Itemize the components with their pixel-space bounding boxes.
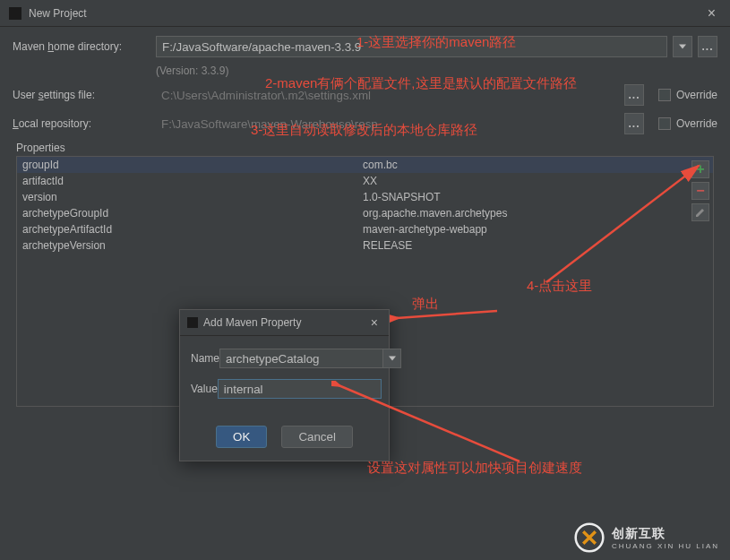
user-settings-input[interactable] (156, 84, 619, 106)
ok-button[interactable]: OK (216, 426, 267, 448)
maven-home-browse-button[interactable]: ... (698, 36, 717, 57)
watermark-logo-icon (574, 522, 605, 553)
local-repo-override-checkbox[interactable] (658, 117, 671, 130)
local-repo-override-wrap[interactable]: Override (658, 117, 717, 130)
table-row[interactable]: artifactIdXX (17, 173, 713, 189)
dialog-titlebar: Add Maven Property × (180, 310, 389, 336)
user-settings-browse-button[interactable]: ... (624, 84, 644, 106)
local-repo-override-label: Override (676, 117, 717, 130)
properties-label: Properties (16, 142, 717, 154)
watermark-main: 创新互联 (612, 526, 719, 542)
annotation-note: 设置这对属性可以加快项目创建速度 (367, 460, 582, 477)
user-settings-override-label: Override (676, 89, 717, 101)
user-settings-override-wrap[interactable]: Override (658, 89, 717, 101)
local-repo-label: Local repository: (13, 117, 156, 130)
dialog-name-label: Name (191, 352, 219, 365)
watermark: 创新互联 CHUANG XIN HU LIAN (574, 522, 719, 553)
app-icon (9, 7, 21, 20)
watermark-sub: CHUANG XIN HU LIAN (612, 542, 719, 550)
dialog-title: Add Maven Property (203, 316, 367, 329)
version-note: (Version: 3.3.9) (156, 65, 717, 77)
dialog-value-input[interactable] (218, 379, 382, 399)
user-settings-label: User settings file: (13, 89, 156, 101)
user-settings-row: User settings file: ... Override (13, 84, 717, 106)
dialog-name-input[interactable] (219, 349, 383, 368)
dialog-name-dropdown-button[interactable] (383, 349, 401, 368)
cancel-button[interactable]: Cancel (281, 426, 353, 448)
maven-home-dropdown-button[interactable] (673, 36, 692, 57)
properties-toolbar: + − (691, 160, 709, 221)
user-settings-override-checkbox[interactable] (658, 89, 671, 101)
add-property-dialog: Add Maven Property × Name Value OK Cance… (179, 309, 390, 461)
table-row[interactable]: archetypeVersionRELEASE (17, 237, 713, 254)
table-row[interactable]: groupIdcom.bc (17, 157, 713, 173)
close-icon[interactable]: × (702, 5, 721, 22)
maven-home-row: Maven home directory: ... (13, 36, 717, 57)
dialog-icon (187, 317, 198, 328)
dialog-value-label: Value (191, 383, 218, 395)
local-repo-browse-button[interactable]: ... (624, 113, 644, 134)
maven-home-input[interactable] (156, 36, 667, 57)
titlebar: New Project × (0, 0, 730, 27)
local-repo-row: Local repository: ... Override (13, 113, 717, 134)
table-row[interactable]: archetypeGroupIdorg.apache.maven.archety… (17, 205, 713, 221)
remove-property-button[interactable]: − (691, 182, 709, 200)
dialog-close-icon[interactable]: × (367, 315, 382, 330)
edit-property-button[interactable] (691, 203, 709, 221)
table-row[interactable]: archetypeArtifactIdmaven-archetype-webap… (17, 221, 713, 237)
table-row[interactable]: version1.0-SNAPSHOT (17, 189, 713, 205)
local-repo-input[interactable] (156, 113, 619, 134)
maven-home-label: Maven home directory: (13, 40, 156, 53)
add-property-button[interactable]: + (691, 160, 709, 178)
window-title: New Project (29, 7, 702, 20)
